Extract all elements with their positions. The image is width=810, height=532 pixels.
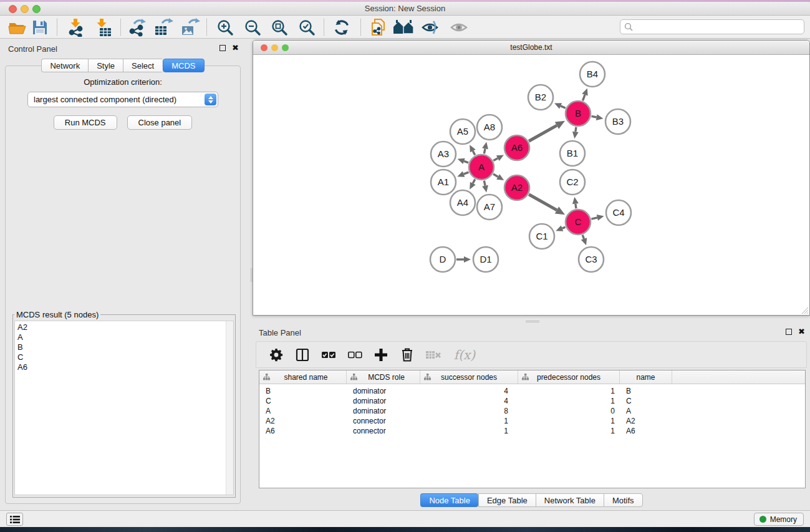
show-column-button[interactable] [294,346,311,364]
zoom-selected-button[interactable] [296,17,317,37]
toolbar-separator [324,19,324,36]
graph-edge[interactable] [464,172,469,174]
graph-node-label: D [440,254,446,264]
edge-arrowhead-icon [458,158,465,164]
result-item[interactable]: A2 [17,322,233,332]
export-network-button[interactable] [127,17,148,37]
table-row[interactable]: A2 connector 1 1 A2 [259,416,805,426]
graph-edge[interactable] [529,195,557,210]
column-header-successor-nodes[interactable]: successor nodes [420,370,518,384]
table-row[interactable]: A dominator 8 0 A [259,406,805,416]
graph-node-label: B4 [587,69,598,79]
graph-edge[interactable] [562,227,566,228]
add-column-button[interactable] [372,346,390,364]
table-row[interactable]: B dominator 4 1 B [259,386,805,396]
network-window-titlebar[interactable]: testGlobe.txt [253,41,809,55]
run-mcds-button[interactable]: Run MCDS [54,115,117,130]
apply-function-button[interactable]: f(x) [451,346,478,364]
tab-mcds[interactable]: MCDS [163,59,204,72]
destroy-table-button[interactable] [425,346,442,364]
import-network-button[interactable] [65,17,87,37]
graph-edge[interactable] [529,125,557,141]
plus-icon [374,348,388,362]
export-table-button[interactable] [153,17,174,37]
save-session-button[interactable] [29,17,51,37]
float-panel-icon[interactable] [786,329,792,335]
home-button[interactable] [393,17,414,37]
graph-edge[interactable] [493,158,498,161]
zoom-in-button[interactable] [215,17,236,37]
tab-select[interactable]: Select [123,59,162,72]
graph-edge[interactable] [582,235,584,239]
optimization-criterion-label: Optimization criterion: [6,77,240,87]
horizontal-splitter-handle[interactable] [526,321,539,322]
network-canvas[interactable]: B4B2BB3A8A5A6A3B1AA1C2A2A4A7C4CC1C3DD1 [253,55,809,315]
graph-edge[interactable] [561,106,566,108]
table-settings-button[interactable] [268,346,285,364]
graph-node-label: B3 [612,116,624,127]
attribute-tree-icon [350,374,357,380]
column-header-mcds-role[interactable]: MCDS role [347,370,420,384]
export-image-button[interactable] [180,17,201,37]
criterion-dropdown[interactable]: largest connected component (directed) [27,92,218,107]
vertical-splitter-handle[interactable] [251,268,253,282]
resize-grip-icon[interactable] [800,306,809,314]
result-item[interactable]: B [17,342,233,352]
network-graph[interactable]: B4B2BB3A8A5A6A3B1AA1C2A2A4A7C4CC1C3DD1 [253,55,809,315]
graph-edge[interactable] [473,151,475,155]
graph-edge[interactable] [484,181,485,186]
hide-panels-button[interactable] [420,17,441,37]
graph-edge[interactable] [484,148,485,153]
task-history-button[interactable] [6,513,23,526]
graph-edge[interactable] [576,127,576,132]
list-icon [10,515,20,524]
tab-node-table[interactable]: Node Table [420,493,478,507]
tab-network-table[interactable]: Network Table [536,493,604,507]
table-row[interactable]: A6 connector 1 1 A6 [259,426,805,436]
column-header-name[interactable]: name [620,370,672,384]
import-table-button[interactable] [93,17,114,37]
tab-edge-table[interactable]: Edge Table [478,493,536,507]
close-panel-icon[interactable]: ✖ [798,329,805,335]
new-network-from-selection-button[interactable] [368,17,389,37]
deselect-all-button[interactable] [346,346,364,364]
result-item[interactable]: A6 [17,362,233,372]
close-panel-icon[interactable]: ✖ [232,45,239,51]
graph-node-label: A4 [457,197,468,208]
search-field[interactable] [620,19,804,34]
graph-edge[interactable] [473,179,475,183]
memory-button[interactable]: Memory [754,513,804,526]
column-header-predecessor-nodes[interactable]: predecessor nodes [518,370,620,384]
column-header-shared-name[interactable]: shared name [259,370,347,384]
delete-table-icon [425,349,441,360]
result-item[interactable]: C [17,352,233,362]
result-item[interactable]: A [17,332,233,342]
delete-column-button[interactable] [398,346,416,364]
edge-arrowhead-icon [464,256,471,263]
show-panels-button[interactable] [448,17,470,37]
search-input[interactable] [633,21,804,33]
graph-edge[interactable] [576,204,576,209]
window-title: Session: New Session [0,4,810,13]
zoom-fit-button[interactable] [269,17,290,37]
graph-edge[interactable] [592,116,597,117]
refresh-button[interactable] [331,17,352,37]
table-row[interactable]: C dominator 4 1 C [259,396,805,406]
close-panel-button[interactable]: Close panel [127,115,193,130]
graph-edge[interactable] [464,161,468,162]
zoom-out-button[interactable] [242,17,263,37]
save-icon [32,19,48,36]
edge-arrowhead-icon [572,197,579,205]
float-panel-icon[interactable] [219,45,226,51]
graph-edge[interactable] [493,174,498,177]
graph-edge[interactable] [591,218,597,219]
graph-edge[interactable] [583,95,585,100]
result-scrollbar[interactable] [226,321,233,495]
select-all-button[interactable] [320,346,337,364]
mcds-result-list[interactable]: A2 A B C A6 [14,321,234,495]
tab-style[interactable]: Style [88,59,123,72]
tab-network[interactable]: Network [41,59,88,72]
toolbar-separator [120,19,121,36]
open-session-button[interactable] [7,17,28,37]
tab-motifs[interactable]: Motifs [604,493,643,507]
